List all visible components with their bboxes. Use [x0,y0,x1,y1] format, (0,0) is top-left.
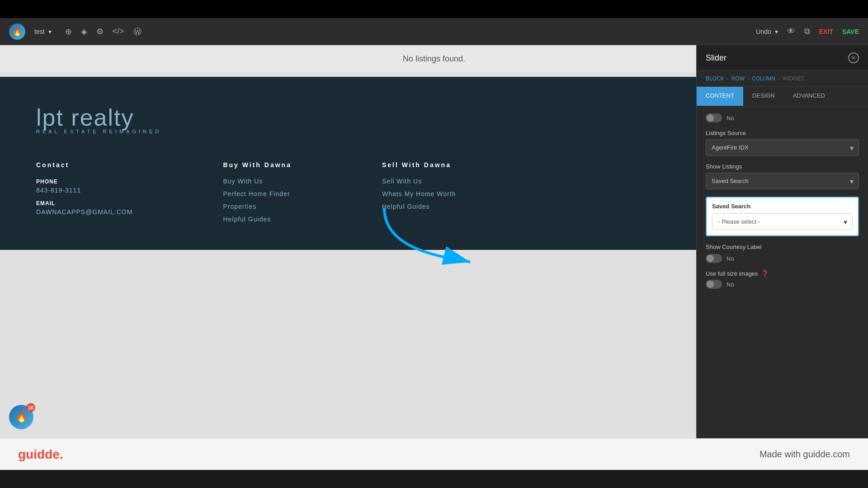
show-listings-select-wrapper: Saved Search [706,173,859,189]
tab-content[interactable]: CONTENT [697,87,743,106]
undo-group[interactable]: Undo ▾ [756,28,778,35]
top-toggle[interactable] [706,113,722,122]
layers-icon[interactable]: ◈ [81,27,87,37]
footer-contact-heading: Contact [36,161,132,169]
footer-contact-email-label: EMAIL DAWNACAPPS@GMAIL.COM [36,199,132,216]
toolbar-logo[interactable]: 🔥 [9,23,25,40]
avatar-badge[interactable]: 🔥 16 [9,405,33,429]
main-canvas: No listings found. lpt realty REAL ESTAT… [0,45,868,438]
panel-close-button[interactable]: ✕ [848,52,859,63]
full-size-label-text: Use full size images [706,270,758,277]
footer-buy-link-1[interactable]: Buy With Us [223,178,292,185]
top-toggle-row: No [706,113,859,122]
duplicate-icon[interactable]: ⧉ [804,27,810,36]
guidde-logo: guidde. [18,447,63,462]
add-icon[interactable]: ⊕ [65,27,72,37]
help-icon[interactable]: ❓ [761,270,769,277]
tab-advanced[interactable]: ADVANCED [784,87,834,106]
footer-contact-phone-label: PHONE 843-819-3111 [36,178,132,194]
saved-search-title: Saved Search [712,203,853,210]
footer-buy-link-4[interactable]: Helpful Guides [223,216,292,223]
footer-buy-link-2[interactable]: Perfect Home Finder [223,190,292,197]
undo-chevron-icon: ▾ [775,28,778,35]
listings-source-group: Listings Source AgentFire IDX [706,130,859,156]
footer-sell-link-3[interactable]: Helpful Guides [382,203,456,210]
saved-search-box: Saved Search - Please select - [706,197,859,236]
footer-col-contact: Contact PHONE 843-819-3111 EMAIL DAWNACA… [36,161,132,223]
footer-sell-link-1[interactable]: Sell With Us [382,178,456,185]
breadcrumb-block[interactable]: BLOCK [706,75,724,82]
courtesy-toggle-row: No [706,254,859,263]
undo-label: Undo [756,28,771,35]
panel-tabs: CONTENT DESIGN ADVANCED [697,87,868,106]
listings-source-select[interactable]: AgentFire IDX [706,139,859,156]
save-button[interactable]: SAVE [842,28,859,35]
toolbar: 🔥 test ▾ ⊕ ◈ ⚙ </> Ⓦ Undo ▾ 👁 ⧉ EXIT SAV… [0,18,868,45]
wordpress-icon[interactable]: Ⓦ [133,26,142,37]
listings-source-label: Listings Source [706,130,859,136]
courtesy-toggle-label: No [726,255,734,262]
project-chevron-icon: ▾ [48,28,52,35]
full-size-toggle-row: No [706,280,859,289]
courtesy-label-title: Show Courtesy Label [706,244,859,250]
footer-buy-link-3[interactable]: Properties [223,203,292,210]
guidde-logo-text: guidde. [18,447,63,461]
full-size-toggle-label: No [726,281,734,288]
made-with-text: Made with guidde.com [760,449,850,460]
courtesy-toggle[interactable] [706,254,722,263]
footer-buy-heading: Buy With Dawna [223,161,292,169]
breadcrumb-row[interactable]: ROW [731,75,745,82]
tab-design[interactable]: DESIGN [743,87,784,106]
show-listings-label: Show Listings [706,163,859,170]
preview-icon[interactable]: 👁 [787,27,795,36]
project-selector[interactable]: test ▾ [34,28,52,35]
footer-sell-heading: Sell With Dawna [382,161,456,169]
toolbar-icons: ⊕ ◈ ⚙ </> Ⓦ [65,26,142,37]
saved-search-select-wrapper: - Please select - [712,213,853,230]
settings-icon[interactable]: ⚙ [96,27,104,37]
full-size-toggle[interactable] [706,280,722,289]
footer-col-buy: Buy With Dawna Buy With Us Perfect Home … [223,161,292,223]
courtesy-label-group: Show Courtesy Label No [706,244,859,263]
breadcrumb-widget: WIDGET [783,75,804,82]
toolbar-right: Undo ▾ 👁 ⧉ EXIT SAVE [756,27,859,36]
top-black-bar [0,0,868,18]
breadcrumb-sep-1: › [727,75,729,82]
show-listings-select[interactable]: Saved Search [706,173,859,189]
code-icon[interactable]: </> [113,27,124,36]
breadcrumb-column[interactable]: COLUMN [752,75,775,82]
panel-breadcrumb: BLOCK › ROW › COLUMN › WIDGET [697,71,868,87]
breadcrumb-sep-3: › [778,75,780,82]
no-listings-text: No listings found. [403,54,465,64]
avatar-icon: 🔥 [15,411,28,423]
footer-col-sell: Sell With Dawna Sell With Us Whats My Ho… [382,161,456,223]
panel-title: Slider [706,53,726,63]
listings-source-select-wrapper: AgentFire IDX [706,139,859,156]
breadcrumb-sep-2: › [747,75,749,82]
footer-sell-link-2[interactable]: Whats My Home Worth [382,190,456,197]
exit-button[interactable]: EXIT [819,28,833,35]
panel-content: No Listings Source AgentFire IDX Show Li… [697,106,868,438]
full-size-images-label: Use full size images ❓ [706,270,859,277]
full-size-images-group: Use full size images ❓ No [706,270,859,289]
side-panel: Slider ✕ BLOCK › ROW › COLUMN › WIDGET C… [696,45,868,438]
avatar-badge-count: 16 [26,403,35,412]
show-listings-group: Show Listings Saved Search [706,163,859,189]
bottom-bar: guidde. Made with guidde.com [0,438,868,470]
top-toggle-label: No [726,115,734,122]
saved-search-select[interactable]: - Please select - [712,213,853,230]
project-name: test [34,28,45,35]
panel-header: Slider ✕ [697,45,868,71]
